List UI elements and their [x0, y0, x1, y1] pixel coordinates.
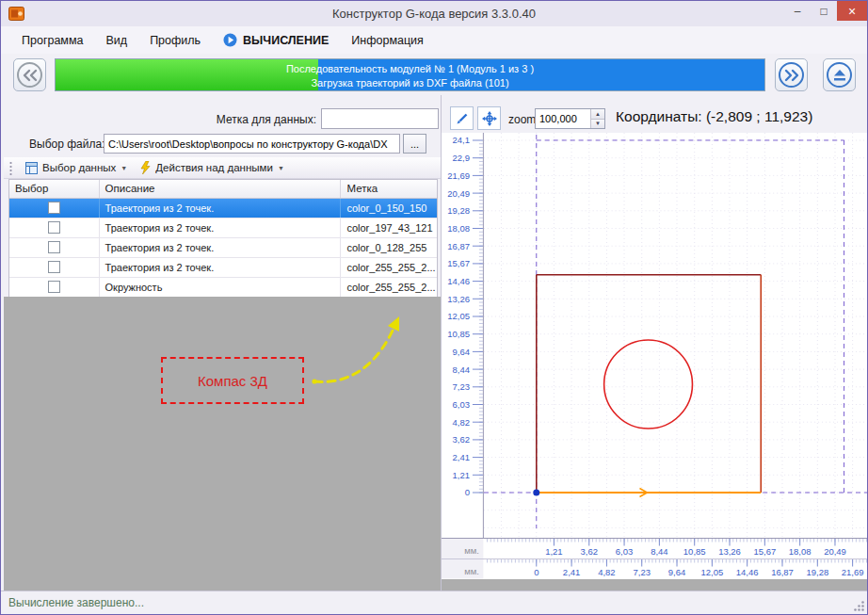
maximize-button[interactable]: □ [811, 1, 837, 21]
status-bar: Вычисление завершено... [1, 591, 867, 614]
row-select-cell [9, 218, 100, 237]
coordinates-readout: Координаты: (-2,809 ; 11,923) [616, 108, 812, 125]
row-label: color_0_128_255 [341, 238, 437, 257]
progress-text: Последовательность модулей № 1 (Модуль 1… [56, 62, 764, 90]
v-ruler-label: 19,28 [447, 205, 470, 216]
next-module-button[interactable] [775, 58, 808, 91]
row-select-cell [9, 199, 100, 218]
progress-line2: Загрузка траекторий из DXF файла (101) [56, 76, 764, 90]
menu-label: Программа [22, 34, 84, 47]
pencil-icon [456, 112, 469, 125]
table-header: Выбор Описание Метка [9, 180, 437, 199]
menu-item-view[interactable]: Вид [95, 29, 139, 52]
menu-label: Информация [351, 34, 424, 47]
v-ruler-label: 13,26 [447, 294, 470, 304]
h-ruler-bottom-label: 16,87 [771, 567, 794, 577]
row-label: color_255_255_2... [341, 258, 437, 277]
row-checkbox[interactable] [48, 241, 60, 253]
table-row[interactable]: Траектория из 2 точек. color_255_255_2..… [9, 258, 437, 278]
chevron-down-icon: ▼ [121, 165, 127, 171]
row-select-cell [9, 258, 100, 277]
menu-label: Профиль [150, 34, 201, 47]
zoom-up-button[interactable]: ▲ [591, 109, 604, 120]
window-controls: – □ × [784, 1, 867, 21]
header-select[interactable]: Выбор [9, 180, 100, 198]
v-ruler-label: 24,1 [453, 135, 470, 145]
select-data-dropdown[interactable]: Выбор данных ▼ [19, 159, 134, 177]
h-ruler-top-label: 18,08 [789, 546, 812, 557]
h-ruler-top-label: 8,44 [651, 546, 667, 557]
v-ruler-label: 20,49 [447, 188, 470, 199]
table-icon [25, 162, 38, 174]
h-ruler-bottom-label: 12,05 [701, 567, 724, 577]
row-checkbox[interactable] [48, 221, 60, 234]
window-title: Конструктор G-кода версия 3.3.0.40 [1, 7, 867, 21]
h-ruler-top-label: 3,62 [581, 546, 598, 557]
row-description: Траектория из 2 точек. [100, 218, 342, 237]
row-select-cell [9, 238, 100, 257]
edit-button[interactable] [450, 106, 474, 130]
h-ruler-top-label: 6,03 [616, 546, 633, 557]
h-ruler-bottom-label: 21,69 [842, 567, 864, 577]
row-checkbox[interactable] [48, 202, 60, 214]
row-checkbox[interactable] [48, 261, 60, 273]
select-data-label: Выбор данных [42, 162, 116, 173]
data-label-input[interactable] [321, 108, 439, 129]
data-actions-label: Действия над данными [155, 162, 273, 173]
row-checkbox[interactable] [48, 281, 60, 293]
table-row[interactable]: Окружность color_255_255_2... [9, 278, 437, 298]
row-description: Траектория из 2 точек. [100, 258, 342, 277]
toolbar-grip[interactable] [9, 161, 12, 175]
zoom-spin-buttons: ▲ ▼ [590, 109, 604, 128]
row-label: color_255_255_2... [341, 278, 437, 297]
menu-item-profile[interactable]: Профиль [138, 29, 212, 52]
menu-item-program[interactable]: Программа [10, 29, 95, 52]
eject-button[interactable] [823, 58, 856, 91]
data-actions-dropdown[interactable]: Действия над данными ▼ [134, 158, 291, 177]
minimize-button[interactable]: – [784, 1, 811, 21]
v-ruler-label: 22,9 [453, 153, 470, 163]
v-ruler-label: 4,82 [453, 417, 470, 428]
drawing-canvas[interactable]: 24,122,921,6920,4919,2818,0816,8715,6714… [442, 133, 867, 591]
unit-label: мм. [464, 566, 479, 576]
progress-line1: Последовательность модулей № 1 (Модуль 1… [56, 62, 764, 76]
center-view-button[interactable] [477, 106, 501, 130]
chevron-down-icon: ▼ [278, 165, 284, 171]
fast-forward-icon [779, 62, 804, 88]
h-ruler-bottom-label: 2,41 [563, 567, 580, 577]
menu-item-info[interactable]: Информация [340, 29, 435, 52]
trajectories-table: Выбор Описание Метка Траектория из 2 точ… [8, 179, 438, 298]
row-description: Траектория из 2 точек. [100, 199, 342, 218]
file-path-input[interactable] [104, 134, 400, 154]
menu-bar: Программа Вид Профиль ВЫЧИСЛЕНИЕ Информа… [1, 26, 867, 54]
file-caption: Выбор файла: [29, 138, 104, 151]
annotation-label: Компас 3Д [198, 373, 267, 389]
table-row[interactable]: Траектория из 2 точек. color_197_43_121 [9, 218, 437, 238]
close-button[interactable]: × [837, 1, 867, 21]
v-ruler-label: 18,08 [447, 223, 470, 234]
canvas-background[interactable] [442, 133, 867, 579]
h-ruler-bottom-label: 4,82 [598, 567, 615, 577]
titlebar[interactable]: Конструктор G-кода версия 3.3.0.40 – □ × [1, 1, 867, 26]
h-ruler-bottom-label: 0 [534, 567, 538, 577]
header-label[interactable]: Метка [341, 180, 437, 198]
v-ruler-label: 16,87 [447, 241, 470, 251]
table-row[interactable]: Траектория из 2 точек. color_0_150_150 [9, 199, 437, 218]
zoom-spinner[interactable]: 100,000 ▲ ▼ [535, 108, 605, 129]
bottom-strip [442, 579, 867, 591]
prev-module-button[interactable] [13, 58, 46, 91]
header-description[interactable]: Описание [100, 180, 342, 198]
h-ruler-top-label: 15,67 [754, 546, 777, 557]
menu-item-compute[interactable]: ВЫЧИСЛЕНИЕ [212, 28, 340, 52]
v-ruler-label: 15,67 [447, 258, 470, 268]
row-description: Траектория из 2 точек. [100, 238, 342, 257]
origin-point [533, 490, 539, 496]
browse-button[interactable]: ... [403, 134, 426, 154]
status-text: Вычисление завершено... [8, 596, 144, 609]
table-row[interactable]: Траектория из 2 точек. color_0_128_255 [9, 238, 437, 258]
v-ruler-label: 10,85 [447, 329, 470, 339]
eject-icon [827, 62, 852, 88]
zoom-down-button[interactable]: ▼ [591, 120, 604, 129]
row-label: color_197_43_121 [341, 218, 437, 237]
resize-grip[interactable] [853, 600, 865, 612]
